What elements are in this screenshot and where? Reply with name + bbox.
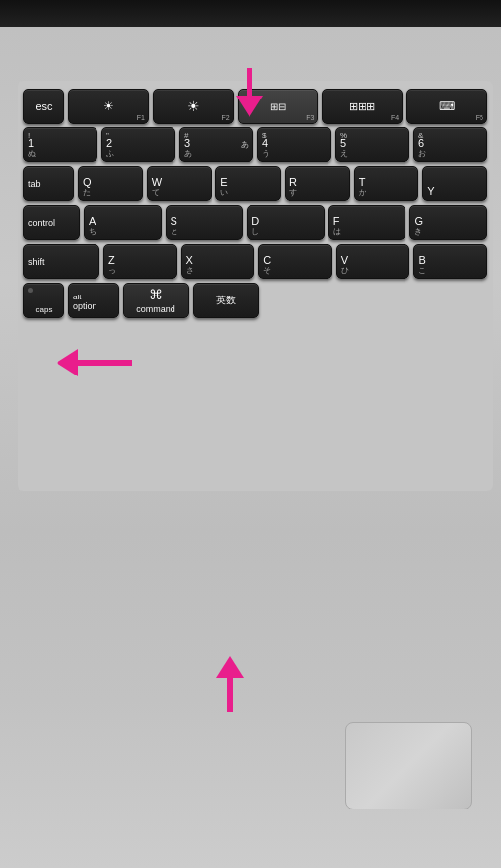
- key-v[interactable]: V ひ: [336, 244, 410, 279]
- laptop-bezel: [0, 0, 501, 27]
- key-1[interactable]: ! 1 ぬ: [23, 127, 97, 162]
- key-s[interactable]: S と: [166, 205, 244, 240]
- bottom-row: caps alt option ⌘ command 英数: [23, 283, 487, 318]
- key-b[interactable]: B こ: [413, 244, 487, 279]
- key-caps[interactable]: caps: [23, 283, 64, 318]
- shift-row: shift Z っ X さ C そ V ひ: [23, 244, 487, 279]
- qwerty-row: tab Q た W て E い R す: [23, 166, 487, 201]
- key-eisuu[interactable]: 英数: [193, 283, 259, 318]
- arrow-up-indicator: [216, 656, 244, 712]
- key-r[interactable]: R す: [285, 166, 350, 201]
- number-row: ! 1 ぬ " 2 ふ # あ 3 あ $ 4 う: [23, 127, 487, 162]
- keyboard: esc ☀ F1 ☀ F2 ⊞⊟ F3 ⊞⊞⊞ F4: [18, 81, 493, 491]
- keyboard-photo: esc ☀ F1 ☀ F2 ⊞⊟ F3 ⊞⊞⊞ F4: [0, 0, 501, 868]
- key-4[interactable]: $ 4 う: [257, 127, 331, 162]
- caps-lock-indicator: [28, 288, 33, 293]
- keyboard-surround: esc ☀ F1 ☀ F2 ⊞⊟ F3 ⊞⊞⊞ F4: [0, 27, 501, 868]
- key-control[interactable]: control: [23, 205, 80, 240]
- key-option[interactable]: alt option: [68, 283, 119, 318]
- key-e[interactable]: E い: [215, 166, 281, 201]
- key-shift[interactable]: shift: [23, 244, 99, 279]
- key-f4[interactable]: ⊞⊞⊞ F4: [322, 89, 403, 124]
- key-f[interactable]: F は: [328, 205, 406, 240]
- key-x[interactable]: X さ: [181, 244, 255, 279]
- trackpad[interactable]: [345, 722, 472, 809]
- key-f5[interactable]: ⌨ F5: [406, 89, 487, 124]
- key-z[interactable]: Z っ: [103, 244, 177, 279]
- home-row: control A ち S と D し F は: [23, 205, 487, 240]
- key-3[interactable]: # あ 3 あ: [179, 127, 253, 162]
- key-c[interactable]: C そ: [258, 244, 332, 279]
- key-command[interactable]: ⌘ command: [123, 283, 189, 318]
- key-q[interactable]: Q た: [78, 166, 143, 201]
- key-6[interactable]: & 6 お: [413, 127, 487, 162]
- arrow-down-indicator: [236, 68, 263, 117]
- key-a[interactable]: A ち: [84, 205, 162, 240]
- key-5[interactable]: % 5 え: [335, 127, 409, 162]
- arrow-left-indicator: [57, 349, 132, 376]
- key-g[interactable]: G き: [409, 205, 487, 240]
- key-y[interactable]: Y: [422, 166, 487, 201]
- key-tab[interactable]: tab: [23, 166, 74, 201]
- key-w[interactable]: W て: [147, 166, 212, 201]
- key-2[interactable]: " 2 ふ: [101, 127, 175, 162]
- key-esc[interactable]: esc: [23, 89, 64, 124]
- key-d[interactable]: D し: [247, 205, 325, 240]
- key-t[interactable]: T か: [354, 166, 419, 201]
- key-f1[interactable]: ☀ F1: [68, 89, 149, 124]
- key-f2[interactable]: ☀ F2: [153, 89, 234, 124]
